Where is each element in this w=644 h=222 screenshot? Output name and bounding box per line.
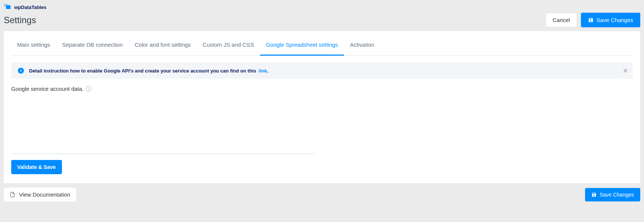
validate-save-label: Validate & Save	[17, 164, 56, 170]
info-notice: i Detail instruction how to enable Googl…	[11, 62, 633, 79]
save-button-bottom[interactable]: Save Changes	[585, 188, 640, 201]
help-icon[interactable]: i	[86, 86, 91, 92]
page-title: Settings	[4, 15, 36, 25]
notice-link[interactable]: link	[259, 68, 267, 74]
info-icon: i	[18, 68, 24, 74]
brand-logo-icon	[4, 4, 12, 10]
header-actions: Cancel Save Changes	[545, 13, 640, 27]
document-icon	[10, 191, 15, 198]
settings-panel: Main settings Separate DB connection Col…	[4, 31, 640, 183]
tab-google-spreadsheet[interactable]: Google Spreadsheet settings	[260, 31, 344, 56]
save-button-top[interactable]: Save Changes	[581, 13, 640, 27]
field-label-row: Google service account data. i	[11, 86, 91, 92]
notice-text: Detail instruction how to enable Google …	[29, 68, 268, 74]
tab-activation[interactable]: Activation	[344, 31, 380, 56]
notice-text-after: .	[267, 68, 269, 74]
brand-name: wpDataTables	[14, 4, 46, 10]
close-icon[interactable]: ×	[623, 67, 628, 74]
save-button-top-label: Save Changes	[597, 17, 633, 23]
view-documentation-button[interactable]: View Documentation	[4, 188, 76, 201]
tab-separate-db[interactable]: Separate DB connection	[56, 31, 129, 56]
content-area: Google service account data. i Validate …	[4, 86, 640, 174]
notice-text-before: Detail instruction how to enable Google …	[29, 68, 256, 74]
tab-color-font[interactable]: Color and font settings	[129, 31, 197, 56]
save-icon	[591, 192, 597, 197]
tab-custom-js-css[interactable]: Custom JS and CSS	[197, 31, 260, 56]
svg-rect-1	[6, 5, 10, 9]
cancel-button[interactable]: Cancel	[545, 13, 577, 27]
cancel-button-label: Cancel	[553, 17, 570, 23]
validate-save-button[interactable]: Validate & Save	[11, 160, 62, 174]
header-row: Settings Cancel Save Changes	[4, 13, 640, 27]
field-label: Google service account data.	[11, 86, 84, 92]
view-documentation-label: View Documentation	[19, 191, 70, 198]
top-bar: wpDataTables	[4, 4, 640, 10]
save-icon	[588, 17, 594, 23]
save-button-bottom-label: Save Changes	[600, 192, 634, 198]
tab-main-settings[interactable]: Main settings	[11, 31, 56, 56]
footer-row: View Documentation Save Changes	[4, 188, 640, 201]
tabs-bar: Main settings Separate DB connection Col…	[11, 31, 633, 56]
service-account-textarea[interactable]	[11, 95, 315, 154]
